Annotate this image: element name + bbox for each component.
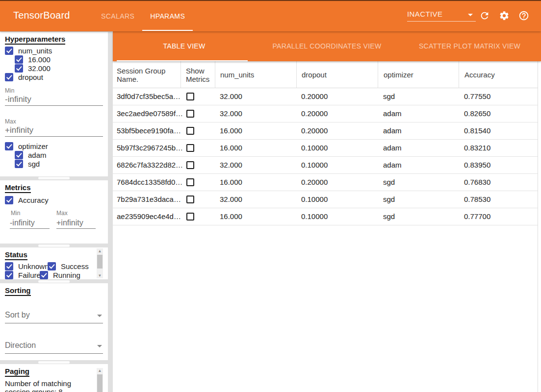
metrics-section: Metrics Accuracy Min Max -infinity +infi…: [0, 180, 108, 244]
tab-scatter-plot-matrix-view[interactable]: SCATTER PLOT MATRIX VIEW: [398, 31, 541, 61]
hparam-label: optimizer: [18, 142, 48, 150]
table-row: 3ec2aed9e07589f… 32.000 0.20000 adam 0.8…: [113, 105, 538, 122]
scroll-down-icon[interactable]: ▼: [97, 273, 103, 278]
tab-parallel-coordinates-view[interactable]: PARALLEL COORDINATES VIEW: [256, 31, 398, 61]
num-units-cell: 32.000: [220, 157, 242, 173]
accuracy-max-input[interactable]: +infinity: [56, 217, 96, 229]
checkbox-16[interactable]: [15, 55, 23, 64]
section-resize-handle[interactable]: [38, 177, 70, 179]
accuracy-cell: 0.81540: [464, 122, 490, 139]
hparams-view-tabs: TABLE VIEW PARALLEL COORDINATES VIEW SCA…: [113, 31, 541, 61]
tab-hparams[interactable]: HPARAMS: [142, 1, 193, 31]
value-label: sgd: [28, 160, 40, 168]
column-header-session-group-name[interactable]: Session Group Name.: [113, 61, 180, 88]
gear-icon[interactable]: [499, 10, 510, 21]
column-header-dropout[interactable]: dropout: [296, 61, 378, 88]
dropout-cell: 0.10000: [301, 191, 328, 208]
session-group-name: 7b29a731e3daca…: [117, 191, 181, 208]
tab-table-view[interactable]: TABLE VIEW: [113, 31, 256, 61]
status-label: Failure: [18, 271, 41, 279]
refresh-icon[interactable]: [479, 10, 490, 21]
column-header-optimizer[interactable]: optimizer: [378, 61, 459, 88]
show-metrics-checkbox[interactable]: [186, 127, 194, 135]
checkbox-32[interactable]: [15, 64, 23, 73]
column-header-show-metrics[interactable]: Show Metrics: [180, 61, 215, 88]
show-metrics-checkbox[interactable]: [186, 161, 194, 169]
show-metrics-checkbox[interactable]: [186, 178, 194, 186]
dropout-cell: 0.10000: [301, 157, 328, 173]
scroll-up-icon[interactable]: ▲: [97, 368, 103, 373]
num-units-cell: 16.000: [220, 140, 242, 156]
optimizer-cell: adam: [383, 140, 402, 156]
section-resize-handle[interactable]: [38, 280, 70, 283]
show-metrics-checkbox[interactable]: [186, 213, 194, 220]
checkbox-unknown[interactable]: [5, 262, 13, 270]
min-label: Min: [5, 87, 14, 94]
direction-select[interactable]: Direction: [5, 339, 103, 354]
status-scrollbar[interactable]: ▲ ▼: [97, 248, 103, 278]
help-icon[interactable]: [518, 10, 529, 21]
scrollbar-thumb[interactable]: [97, 255, 103, 269]
sort-by-placeholder: Sort by: [5, 311, 30, 319]
accuracy-cell: 0.77550: [464, 88, 490, 105]
status-label: Unknown: [18, 262, 49, 270]
tab-scalars[interactable]: SCALARS: [93, 1, 142, 31]
accuracy-cell: 0.83210: [464, 140, 490, 156]
scrollbar-thumb[interactable]: [97, 374, 103, 392]
show-metrics-checkbox[interactable]: [186, 144, 194, 152]
checkbox-adam[interactable]: [15, 151, 23, 159]
dropout-min-input[interactable]: -infinity: [5, 94, 103, 106]
checkbox-failure[interactable]: [5, 271, 13, 279]
session-group-name: 6826c7fa3322d82…: [117, 157, 183, 173]
status-running: Running: [40, 270, 80, 279]
checkbox-num-units[interactable]: [5, 47, 13, 55]
window-top-edge: [0, 0, 541, 1]
optimizer-cell: sgd: [383, 208, 395, 225]
dropout-cell: 0.20000: [301, 105, 328, 122]
dropout-cell: 0.20000: [301, 174, 328, 191]
dropout-max-input[interactable]: +infinity: [5, 124, 103, 137]
paging-scrollbar[interactable]: ▲: [97, 368, 103, 392]
checkbox-optimizer[interactable]: [5, 142, 13, 150]
accuracy-min-input[interactable]: -infinity: [10, 217, 50, 229]
chevron-down-icon: [468, 14, 473, 16]
scroll-up-icon[interactable]: ▲: [97, 248, 103, 254]
accuracy-cell: 0.76830: [464, 174, 490, 191]
optimizer-cell: sgd: [383, 174, 395, 191]
checkbox-sgd[interactable]: [15, 160, 23, 168]
column-header-num-units[interactable]: num_units: [215, 61, 296, 88]
table-row: 53bf5bece9190fa… 16.000 0.20000 adam 0.8…: [113, 122, 538, 140]
section-resize-handle[interactable]: [38, 361, 70, 364]
show-metrics-checkbox[interactable]: [186, 196, 194, 203]
max-value: +infinity: [56, 219, 83, 227]
session-group-name: 3ec2aed9e07589f…: [117, 105, 183, 122]
num-units-cell: 32.000: [220, 105, 242, 122]
show-metrics-checkbox[interactable]: [186, 93, 194, 100]
session-group-name: 5b97f3c2967245b…: [117, 140, 183, 156]
sort-by-select[interactable]: Sort by: [5, 309, 103, 323]
table-row: 7b29a731e3daca… 32.000 0.10000 sgd 0.785…: [113, 191, 538, 208]
sorting-heading: Sorting: [5, 286, 31, 296]
table-row: ae235909ec4e4d… 16.000 0.10000 sgd 0.777…: [113, 208, 538, 225]
paging-section: Paging Number of matching session groups…: [0, 364, 108, 392]
table-row: 5b97f3c2967245b… 16.000 0.10000 adam 0.8…: [113, 140, 538, 157]
column-header-accuracy[interactable]: Accuracy: [459, 61, 538, 88]
checkbox-accuracy[interactable]: [5, 196, 13, 204]
hparam-optimizer: optimizer: [5, 142, 48, 150]
show-metrics-checkbox[interactable]: [186, 110, 194, 118]
main-scrollbar-gutter[interactable]: [538, 61, 541, 392]
dashboard-tabs: SCALARS HPARAMS: [93, 1, 193, 31]
section-resize-handle[interactable]: [38, 245, 70, 247]
value-label: 16.000: [28, 55, 51, 64]
checkbox-running[interactable]: [40, 271, 48, 279]
checkbox-success[interactable]: [48, 262, 56, 270]
metric-accuracy: Accuracy: [5, 196, 49, 204]
checkbox-dropout[interactable]: [5, 73, 13, 81]
optimizer-cell: sgd: [383, 191, 395, 208]
status-success: Success: [48, 262, 89, 270]
table-header: Session Group Name. Show Metrics num_uni…: [113, 61, 538, 88]
run-status-dropdown[interactable]: INACTIVE: [407, 8, 476, 22]
chevron-down-icon: [97, 345, 102, 347]
accuracy-cell: 0.78530: [464, 191, 490, 208]
table-row: 6826c7fa3322d82… 32.000 0.10000 adam 0.8…: [113, 157, 538, 174]
